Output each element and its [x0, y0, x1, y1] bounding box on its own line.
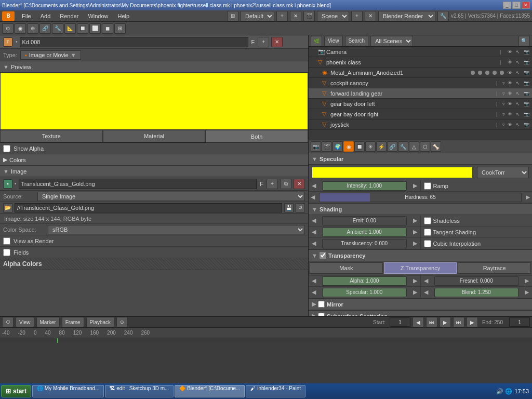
toolbar-btn-9[interactable]: ◼: [102, 23, 113, 34]
eye-icon-8[interactable]: 👁: [506, 121, 513, 128]
render-icon-5[interactable]: 📷: [523, 90, 530, 97]
tab-raytrace[interactable]: Raytrace: [458, 262, 531, 274]
tab-both[interactable]: Both: [205, 130, 308, 142]
alpha-left[interactable]: ◀: [312, 277, 320, 284]
cursor-icon-3[interactable]: ↖: [514, 69, 522, 76]
minimize-button[interactable]: _: [503, 2, 511, 9]
eye-icon-4[interactable]: 👁: [506, 79, 513, 87]
render-icon[interactable]: 📷: [523, 48, 530, 56]
cursor-icon-8[interactable]: ↖: [514, 121, 522, 128]
emit-left[interactable]: ◀: [312, 217, 320, 224]
play-btn[interactable]: ▶: [440, 317, 451, 327]
world-props-icon[interactable]: 🌍: [332, 141, 343, 152]
ambient-left[interactable]: ◀: [312, 229, 320, 235]
scene-remove-btn[interactable]: ✕: [365, 11, 376, 21]
colors-section-header[interactable]: ▶ Colors: [0, 154, 308, 166]
object-props-icon[interactable]: △: [409, 141, 419, 152]
tree-item-joystick[interactable]: ▽ joystick | ▿ 👁 ↖ 📷: [309, 119, 532, 130]
toolbar-btn-6[interactable]: 📐: [64, 23, 76, 34]
specular-type-select[interactable]: CookTorr: [477, 167, 529, 178]
eye-icon-2[interactable]: 👁: [506, 59, 513, 66]
play-right-btn[interactable]: ▶: [467, 317, 478, 327]
color-space-select[interactable]: sRGB: [48, 225, 305, 234]
view-btn[interactable]: View: [324, 36, 343, 46]
menu-window[interactable]: Window: [84, 12, 112, 20]
constraints-props-icon[interactable]: 🔗: [387, 141, 397, 152]
render-icon-7[interactable]: 📷: [523, 111, 530, 118]
fresnel-left[interactable]: ◀: [424, 277, 432, 284]
add-texture-btn[interactable]: +: [258, 37, 269, 47]
render-props-icon[interactable]: 📷: [311, 141, 321, 152]
menu-render[interactable]: Render: [56, 12, 83, 20]
tree-item-camera[interactable]: 📷 Camera | 👁 ↖ 📷: [309, 47, 532, 57]
image-remove-btn[interactable]: ✕: [294, 179, 305, 189]
data-props-icon[interactable]: ⬡: [420, 141, 430, 152]
shading-section-header[interactable]: ▼ Shading: [309, 204, 532, 215]
cursor-icon-5[interactable]: ↖: [514, 90, 522, 97]
particles-props-icon[interactable]: ✳: [365, 141, 376, 152]
blend-slider[interactable]: Blend: 1.250: [434, 288, 519, 297]
spec-trans-left[interactable]: ◀: [312, 289, 320, 296]
search-icon[interactable]: 🔍: [518, 36, 530, 46]
toolbar-btn-10[interactable]: ⊞: [114, 23, 126, 34]
view-timeline-btn[interactable]: View: [16, 317, 34, 327]
subsurface-section-header[interactable]: ▶ Subsurface Scattering: [309, 311, 532, 316]
render-icon-6[interactable]: 📷: [523, 100, 530, 108]
cursor-icon-7[interactable]: ↖: [514, 111, 522, 118]
tree-item-door-right[interactable]: ▽ gear bay door right | ▿ 👁 ↖ 📷: [309, 109, 532, 119]
tree-item-metal[interactable]: ◉ Metal_Aluminum_Anodized1 👁 ↖ 📷: [309, 68, 532, 78]
toolbar-btn-2[interactable]: ◉: [15, 23, 26, 34]
spec-trans-slider[interactable]: Specular: 1.000: [322, 288, 407, 297]
toolbar-btn-5[interactable]: 🔧: [52, 23, 63, 34]
translucency-right[interactable]: ▶: [409, 240, 417, 247]
hardness-left[interactable]: ◀: [311, 194, 319, 201]
fresnel-right[interactable]: ▶: [521, 277, 529, 284]
prev-frame-btn[interactable]: ⏮: [426, 317, 437, 327]
translucency-slider[interactable]: Translucency: 0.000: [322, 239, 407, 248]
scene-select[interactable]: Scene: [317, 11, 349, 21]
eye-icon-6[interactable]: 👁: [506, 100, 513, 108]
layout-remove-btn[interactable]: ✕: [290, 11, 301, 21]
playback-btn[interactable]: Playback: [86, 317, 115, 327]
modifiers-props-icon[interactable]: 🔧: [398, 141, 408, 152]
shadeless-checkbox[interactable]: [424, 217, 431, 224]
tangent-checkbox[interactable]: [424, 229, 431, 236]
view-as-render-checkbox[interactable]: [3, 237, 10, 245]
eye-icon[interactable]: 👁: [506, 48, 513, 56]
preview-section-header[interactable]: ▼ Preview: [0, 61, 308, 73]
emit-right[interactable]: ▶: [409, 217, 417, 224]
image-add-btn[interactable]: +: [267, 179, 278, 189]
blend-right[interactable]: ▶: [521, 289, 529, 296]
bone-props-icon[interactable]: 🦴: [431, 141, 441, 152]
next-frame-btn[interactable]: ⏭: [453, 317, 464, 327]
start-frame-input[interactable]: [390, 317, 410, 327]
tree-item-door-left[interactable]: ▽ gear bay door left | ▿ 👁 ↖ 📷: [309, 99, 532, 109]
spec-trans-right[interactable]: ▶: [409, 289, 417, 296]
layout-add-btn[interactable]: +: [276, 11, 288, 21]
tree-item-phoenix-class[interactable]: ▽ phoenix class | 👁 ↖ 📷: [309, 57, 532, 68]
path-input[interactable]: [15, 203, 282, 212]
save-path-btn[interactable]: 💾: [284, 203, 294, 212]
fresnel-slider[interactable]: Fresnel: 0.000: [434, 276, 519, 286]
tab-texture[interactable]: Texture: [0, 130, 103, 142]
menu-file[interactable]: File: [18, 12, 35, 20]
browse-path-btn[interactable]: 📂: [3, 203, 12, 212]
close-button[interactable]: ✕: [522, 2, 530, 9]
taskbar-mobile-broadband[interactable]: 🌐 My Mobile Broadband...: [32, 385, 104, 397]
toolbar-btn-1[interactable]: ⊙: [2, 23, 14, 34]
timeline-track[interactable]: [0, 338, 532, 343]
eye-icon-3[interactable]: 👁: [506, 69, 513, 76]
maximize-button[interactable]: □: [512, 2, 521, 9]
toolbar-btn-8[interactable]: ⬜: [89, 23, 101, 34]
physics-props-icon[interactable]: ⚡: [376, 141, 387, 152]
image-section-header[interactable]: ▼ Image: [0, 166, 308, 177]
current-frame-input[interactable]: [509, 317, 530, 327]
specular-section-header[interactable]: ▼ Specular: [309, 153, 532, 165]
material-props-icon[interactable]: ◉: [343, 141, 354, 152]
eye-icon-5[interactable]: 👁: [506, 90, 513, 97]
tree-item-cockpit[interactable]: ▽ cockpit canopy | ▿ 👁 ↖ 📷: [309, 78, 532, 88]
cursor-icon-2[interactable]: ↖: [514, 59, 522, 66]
tab-material[interactable]: Material: [103, 130, 206, 142]
render-icon-3[interactable]: 📷: [523, 69, 530, 76]
image-file-input[interactable]: [19, 179, 257, 189]
